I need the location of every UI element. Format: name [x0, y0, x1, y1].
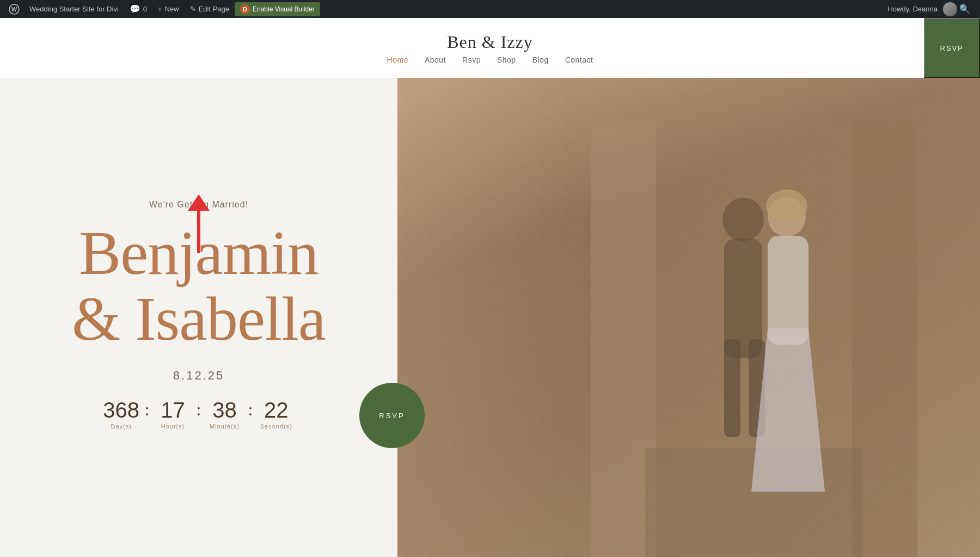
- svg-rect-2: [591, 121, 917, 557]
- minutes-value: 38: [212, 399, 237, 421]
- plus-icon: +: [158, 5, 162, 13]
- site-title: Ben & Izzy: [447, 32, 533, 52]
- new-label: New: [165, 5, 179, 13]
- countdown-seconds: 22 Second(s): [257, 399, 295, 430]
- greeting-text: Howdy, Deanna: [887, 5, 938, 13]
- admin-bar-user-section: Howdy, Deanna 🔍: [882, 2, 976, 16]
- hours-label: Hour(s): [161, 423, 185, 430]
- enable-builder-label: Enable Visual Builder: [253, 5, 315, 13]
- nav-item-home[interactable]: Home: [387, 56, 408, 64]
- main-navigation: Home About Rsvp Shop Blog Contact: [387, 56, 593, 64]
- comment-count: 0: [143, 5, 147, 13]
- hero-left-panel: We're Getting Married! Benjamin & Isabel…: [0, 78, 397, 557]
- svg-rect-9: [749, 339, 765, 437]
- hero-right-photo: [397, 78, 980, 557]
- couple-photo: [397, 78, 980, 557]
- couple-silhouette: [591, 121, 917, 557]
- svg-point-13: [766, 189, 807, 222]
- nav-item-blog[interactable]: Blog: [532, 56, 549, 64]
- svg-rect-5: [645, 448, 863, 557]
- svg-marker-12: [751, 328, 825, 492]
- minutes-label: Minute(s): [210, 423, 240, 430]
- svg-rect-11: [768, 236, 808, 345]
- countdown-minutes: 38 Minute(s): [205, 399, 243, 430]
- svg-rect-3: [591, 121, 656, 557]
- nav-item-rsvp[interactable]: Rsvp: [462, 56, 481, 64]
- seconds-value: 22: [264, 399, 289, 421]
- site-header: Ben & Izzy Home About Rsvp Shop Blog Con…: [0, 18, 980, 78]
- admin-bar-new[interactable]: + New: [152, 0, 185, 18]
- arrow-shaft: [197, 210, 200, 253]
- svg-point-6: [722, 198, 764, 241]
- countdown-timer: 368 Day(s) : 17 Hour(s) : 38 Minute(s) :…: [102, 399, 296, 430]
- hours-value: 17: [161, 399, 185, 421]
- countdown-separator-3: :: [248, 400, 253, 429]
- wordpress-logo-icon[interactable]: W: [4, 0, 24, 18]
- countdown-hours: 17 Hour(s): [154, 399, 192, 430]
- admin-bar-edit-page[interactable]: ✎ Edit Page: [185, 0, 235, 18]
- days-value: 368: [103, 399, 139, 421]
- admin-bar-site-name[interactable]: Wedding Starter Site for Divi: [24, 0, 124, 18]
- hero-date: 8.12.25: [173, 369, 224, 383]
- site-name-label: Wedding Starter Site for Divi: [29, 5, 119, 13]
- edit-page-label: Edit Page: [199, 5, 229, 13]
- svg-point-10: [768, 197, 806, 237]
- countdown-days: 368 Day(s): [102, 399, 140, 430]
- rsvp-circle-label: RSVP: [379, 412, 405, 420]
- edit-icon: ✎: [190, 5, 196, 13]
- nav-item-about[interactable]: About: [425, 56, 446, 64]
- admin-bar-enable-builder[interactable]: D Enable Visual Builder: [235, 2, 320, 16]
- hero-section: We're Getting Married! Benjamin & Isabel…: [0, 78, 980, 557]
- svg-rect-7: [724, 238, 762, 358]
- hero-name2: & Isabella: [72, 286, 326, 352]
- avatar[interactable]: [943, 2, 957, 16]
- nav-item-shop[interactable]: Shop: [497, 56, 516, 64]
- countdown-separator-1: :: [145, 400, 150, 429]
- nav-item-contact[interactable]: Contact: [565, 56, 593, 64]
- seconds-label: Second(s): [260, 423, 292, 430]
- admin-bar-comments[interactable]: 💬 0: [124, 0, 152, 18]
- arrow-indicator: [188, 194, 210, 253]
- admin-bar: W Wedding Starter Site for Divi 💬 0 + Ne…: [0, 0, 980, 18]
- svg-rect-8: [724, 339, 740, 437]
- rsvp-header-button[interactable]: RSVP: [924, 18, 980, 78]
- days-label: Day(s): [111, 423, 131, 430]
- rsvp-circle-button[interactable]: RSVP: [359, 383, 425, 448]
- countdown-separator-2: :: [197, 400, 201, 429]
- svg-text:W: W: [11, 6, 17, 13]
- svg-rect-4: [852, 121, 917, 557]
- arrow-head: [188, 194, 210, 211]
- photo-overlay: [397, 78, 980, 557]
- comment-icon: 💬: [130, 4, 140, 14]
- search-icon[interactable]: 🔍: [959, 4, 970, 14]
- divi-icon: D: [240, 4, 250, 14]
